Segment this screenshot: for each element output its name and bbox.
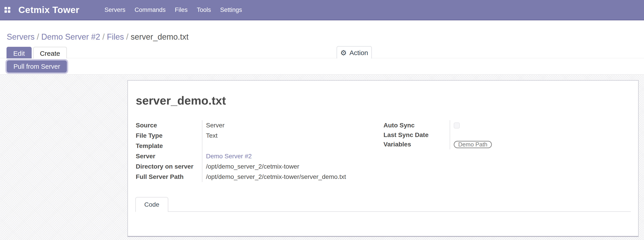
record-title: server_demo.txt <box>136 94 631 108</box>
auto-sync-checkbox[interactable] <box>454 122 460 128</box>
field-value-server: Demo Server #2 <box>202 151 383 161</box>
field-label-server: Server <box>135 151 202 161</box>
breadcrumb: Servers/Demo Server #2/Files/server_demo… <box>7 32 188 42</box>
notebook-tab-bar: Code <box>135 197 631 212</box>
field-label-auto-sync: Auto Sync <box>383 120 450 130</box>
field-label-file-type: File Type <box>135 130 202 141</box>
menu-item-tools[interactable]: Tools <box>197 0 211 20</box>
edit-button[interactable]: Edit <box>6 47 32 60</box>
apps-grid-dot <box>8 7 10 9</box>
form-view-background: server_demo.txt Source Server File Type … <box>0 75 644 240</box>
apps-grid-dot <box>8 10 10 13</box>
field-group-right: Auto Sync Last Sync Date Variables Demo … <box>383 120 631 182</box>
tab-code[interactable]: Code <box>135 197 168 212</box>
field-value-source: Server <box>202 120 383 130</box>
breadcrumb-separator: / <box>100 32 107 41</box>
pull-from-server-button[interactable]: Pull from Server <box>7 60 67 73</box>
field-value-full-path: /opt/demo_server_2/cetmix-tower/server_d… <box>202 172 383 182</box>
action-dropdown-button[interactable]: ⚙ Action <box>336 46 372 60</box>
breadcrumb-link-demo-server[interactable]: Demo Server #2 <box>41 32 100 41</box>
control-panel: Servers/Demo Server #2/Files/server_demo… <box>0 21 644 58</box>
menu-item-servers[interactable]: Servers <box>104 0 126 20</box>
field-value-template <box>202 141 383 151</box>
field-label-template: Template <box>135 141 202 151</box>
menu-item-commands[interactable]: Commands <box>135 0 166 20</box>
field-label-full-path: Full Server Path <box>135 172 202 182</box>
field-value-variables: Demo Path <box>450 139 631 149</box>
variable-tag-demo-path[interactable]: Demo Path <box>454 141 492 148</box>
breadcrumb-link-servers[interactable]: Servers <box>7 32 34 41</box>
notebook: Code <box>135 197 631 212</box>
field-label-source: Source <box>135 120 202 130</box>
field-value-file-type: Text <box>202 130 383 141</box>
main-menu: Servers Commands Files Tools Settings <box>104 0 242 20</box>
menu-item-settings[interactable]: Settings <box>220 0 242 20</box>
form-buttons: Edit Create <box>6 47 67 60</box>
breadcrumb-separator: / <box>34 32 41 41</box>
gear-icon: ⚙ <box>340 49 347 56</box>
field-groups: Source Server File Type Text Template Se… <box>135 120 631 182</box>
status-strip: Pull from Server <box>0 58 644 75</box>
top-navbar: Cetmix Tower Servers Commands Files Tool… <box>0 0 644 20</box>
apps-grid-dot <box>4 10 7 13</box>
field-label-last-sync-date: Last Sync Date <box>383 130 450 139</box>
field-group-left: Source Server File Type Text Template Se… <box>135 120 383 182</box>
menu-item-files[interactable]: Files <box>175 0 188 20</box>
create-button[interactable]: Create <box>33 47 67 60</box>
field-value-last-sync-date <box>450 130 631 139</box>
breadcrumb-separator: / <box>124 32 130 41</box>
apps-grid-dot <box>4 7 7 9</box>
breadcrumb-link-files[interactable]: Files <box>107 32 124 41</box>
action-label: Action <box>350 49 368 57</box>
server-record-link[interactable]: Demo Server #2 <box>206 153 252 160</box>
apps-grid-icon[interactable] <box>4 7 10 13</box>
field-value-directory: /opt/demo_server_2/cetmix-tower <box>202 161 383 172</box>
field-label-variables: Variables <box>383 139 450 149</box>
field-label-directory: Directory on server <box>135 161 202 172</box>
form-sheet: server_demo.txt Source Server File Type … <box>128 80 638 237</box>
breadcrumb-current: server_demo.txt <box>130 32 188 41</box>
brand-title[interactable]: Cetmix Tower <box>18 5 80 15</box>
field-value-auto-sync <box>450 120 631 130</box>
